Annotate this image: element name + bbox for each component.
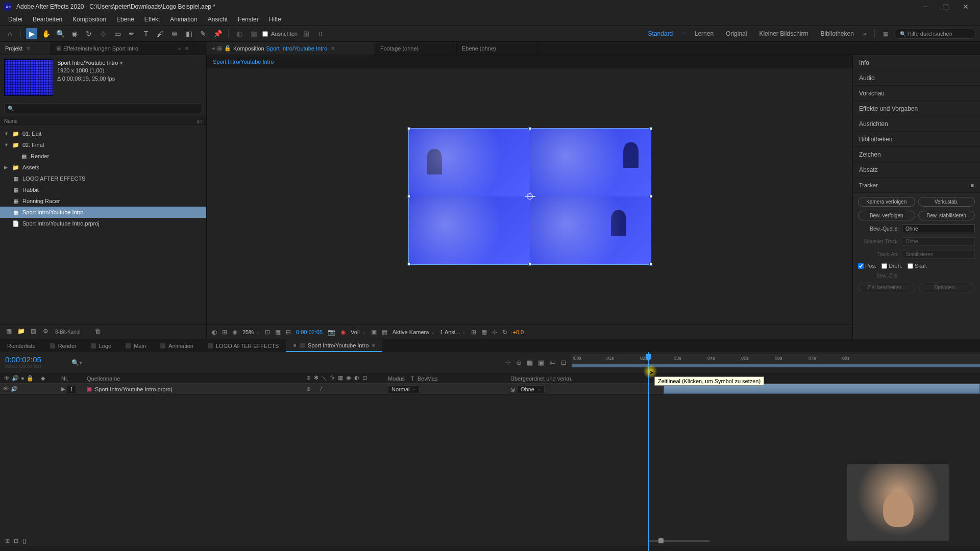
project-search[interactable] [4,103,202,113]
menu-effekt[interactable]: Effekt [139,16,165,23]
workspace-standard[interactable]: Standard [645,28,676,39]
rot-checkbox[interactable] [881,263,887,269]
zoom-tool[interactable]: 🔍 [55,28,66,39]
shy-col-icon[interactable]: ◆ [41,375,45,381]
preview-panel-header[interactable]: Vorschau [853,86,980,101]
timeline-search-icon[interactable]: 🔍▾ [71,352,92,373]
handle-ml[interactable] [407,195,410,198]
guides-icon[interactable]: ▦ [275,329,281,336]
snap-icon-2[interactable]: ⌗ [315,28,326,39]
paragraph-panel-header[interactable]: Absatz [853,162,980,178]
new-folder-icon[interactable]: 📁 [16,328,26,337]
anchor-tool[interactable]: ⊹ [97,28,109,39]
layer-mode-select[interactable]: Normal [388,385,420,393]
tl-tab-logo-ae[interactable]: LOGO AFTER EFFECTS [201,339,286,352]
settings-icon[interactable]: ⚙ [41,328,50,337]
time-ruler[interactable]: :00s 01s 02s 03s 04s 05s 06s 07s 08s ➤ Z… [572,352,980,373]
rotate-tool[interactable]: ↻ [83,28,94,39]
handle-mr[interactable] [649,195,652,198]
home-tool[interactable]: ⌂ [4,28,15,39]
layer-tab[interactable]: Ebene (ohne) [457,42,538,55]
tracker-panel-header[interactable]: Tracker≡ [853,178,980,193]
tl-icon-2[interactable]: ⊛ [516,359,522,366]
region-icon[interactable]: ▣ [371,329,377,336]
tl-toggle-2[interactable]: ⊡ [14,538,18,544]
menu-komposition[interactable]: Komposition [67,16,111,23]
tl-tab-animation[interactable]: Animation [153,339,201,352]
channel-icon[interactable]: ◉ [340,329,346,336]
mask-icon[interactable]: ◉ [232,329,237,336]
zoom-slider[interactable] [648,540,709,542]
col-mode[interactable]: Modus T BevMas [388,375,459,382]
transparency-icon[interactable]: ▦ [382,329,387,336]
anchor-point[interactable] [527,193,533,199]
tl-toggle-1[interactable]: ⊞ [5,538,10,544]
handle-bc[interactable] [528,263,531,266]
tl-tab-logo[interactable]: Logo [84,339,118,352]
exposure-value[interactable]: +0,0 [512,329,524,335]
libraries-panel-header[interactable]: Bibliotheken [853,132,980,147]
text-tool[interactable]: T [140,28,152,39]
scale-checkbox[interactable] [908,263,913,269]
menu-fenster[interactable]: Fenster [233,16,264,23]
col-parent[interactable]: Übergeordnet und verkn. [510,375,602,382]
tl-icon-5[interactable]: 🏷 [549,359,556,366]
tree-item-assets[interactable]: ▶📁Assets [0,162,206,173]
workspace-menu-icon[interactable]: ≡ [682,31,685,37]
tree-item-sport-intro[interactable]: ▦Sport Intro/Youtube Intro [0,207,206,218]
align-panel-header[interactable]: Ausrichten [853,116,980,132]
tl-tab-renderliste[interactable]: Renderliste [0,339,43,352]
tree-item-render[interactable]: ▦Render [0,151,206,162]
parent-pickwhip-icon[interactable]: ◎ [510,386,516,392]
canvas-selection[interactable] [408,128,651,265]
grid-icon[interactable]: ⊞ [222,329,227,336]
alpha-icon[interactable]: ◐ [212,329,217,336]
menu-ebene[interactable]: Ebene [111,16,139,23]
vbtn-b[interactable]: ▦ [481,329,487,336]
tl-icon-1[interactable]: ⊹ [505,359,511,366]
maximize-button[interactable]: ▢ [935,3,955,11]
composition-tab[interactable]: ◂▦🔒 Komposition Sport Intro/Youtube Intr… [207,42,375,55]
menu-hilfe[interactable]: Hilfe [264,16,286,23]
timeline-layer-1[interactable]: 👁🔊 ▶1 ▣Sport Intro/Youtube Intro.prproj … [0,384,664,395]
viewer-time[interactable]: 0:00:02:05 [296,329,323,335]
tree-item-01-edit[interactable]: ▼📁01. Edit [0,128,206,139]
bit-depth-label[interactable]: 8-Bit-Kanal [55,329,80,335]
snapshot-icon[interactable]: 📷 [328,329,335,336]
toggle-icon[interactable]: ◐ [234,28,245,39]
col-nr[interactable]: Nr. [61,375,87,382]
pos-checkbox[interactable] [858,263,864,269]
footage-tab[interactable]: Footage (ohne) [375,42,457,55]
zoom-dropdown[interactable]: 25% [242,329,260,335]
align-checkbox[interactable] [262,31,268,37]
timeline-timecode[interactable]: 0:00:02:05 00055 (25.00 fps) [0,352,71,373]
audio-col-icon[interactable]: 🔊 [12,375,19,382]
viewer-breadcrumb[interactable]: Sport Intro/Youtube Intro [207,55,852,68]
layer-parent-select[interactable]: Ohne [517,385,545,393]
character-panel-header[interactable]: Zeichen [853,147,980,162]
effects-panel-header[interactable]: Effekte und Vorgaben [853,101,980,116]
refresh-icon[interactable]: ↻ [502,329,507,336]
menu-bearbeiten[interactable]: Bearbeiten [28,16,67,23]
new-comp-icon[interactable]: ▨ [29,328,38,337]
handle-bl[interactable] [407,263,410,266]
handle-tr[interactable] [649,127,652,130]
resolution-dropdown[interactable]: Voll [351,329,366,335]
menu-ansicht[interactable]: Ansicht [203,16,233,23]
minimize-button[interactable]: ─ [915,3,935,11]
tl-icon-6[interactable]: ⊡ [561,359,567,366]
workspace-overflow-icon[interactable]: » [863,31,866,37]
layer-audio-icon[interactable]: 🔊 [11,386,18,392]
workspace-kleiner[interactable]: Kleiner Bildschirm [756,28,811,39]
tl-tab-main[interactable]: Main [118,339,153,352]
selection-tool[interactable]: ▶ [26,28,37,39]
project-tag-icon[interactable]: 🏷 [197,118,202,124]
vbtn-a[interactable]: ⊞ [471,329,476,336]
motion-source-select[interactable]: Ohne [902,224,975,233]
eraser-tool[interactable]: ◧ [183,28,194,39]
project-col-name[interactable]: Name [4,118,18,124]
tl-tab-sport-intro[interactable]: ×Sport Intro/Youtube Intro≡ [286,339,382,352]
tl-tab-render[interactable]: Render [43,339,84,352]
puppet-tool[interactable]: 📌 [212,28,223,39]
lock-col-icon[interactable]: 🔒 [27,375,34,382]
